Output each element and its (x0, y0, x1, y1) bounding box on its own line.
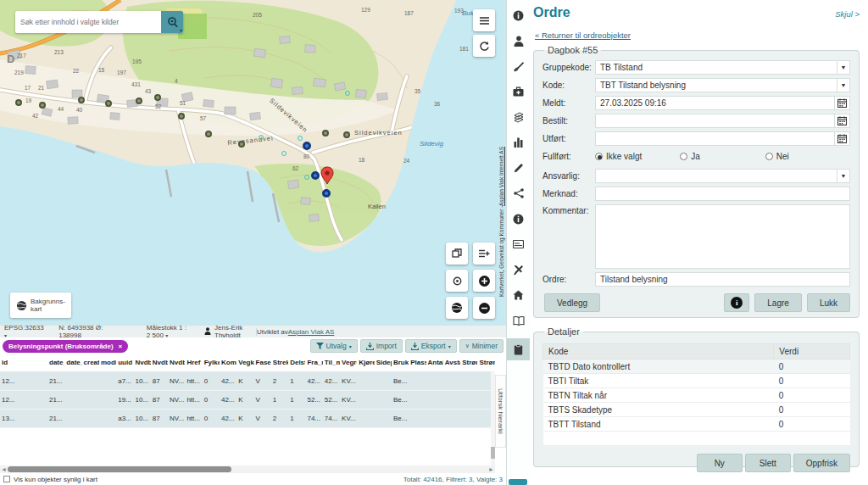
map-marker-olive[interactable] (78, 97, 85, 103)
radio-ikke-valgt[interactable]: Ikke valgt (595, 152, 680, 161)
developer-link[interactable]: Asplan Viak AS (288, 328, 335, 336)
bestilt-input[interactable] (600, 114, 830, 127)
map-marker-cyan[interactable] (281, 151, 287, 156)
column-header[interactable]: Href (185, 354, 202, 371)
column-header[interactable]: id (0, 354, 47, 371)
lagre-button[interactable]: Lagre (754, 293, 802, 312)
column-header[interactable]: Nvdb (151, 354, 168, 371)
map[interactable]: SildevikveienSildevikveienRevesandveiSil… (0, 0, 506, 325)
detaljer-row[interactable]: TBTD Dato kontrollert0 (543, 360, 850, 374)
map-marker-olive[interactable] (154, 94, 161, 101)
minimer-button[interactable]: ∨ Minimer (459, 339, 504, 353)
map-marker-olive[interactable] (105, 100, 112, 107)
ny-button[interactable]: Ny (697, 454, 743, 472)
visible-only-checkbox[interactable] (3, 476, 10, 482)
map-marker-olive[interactable] (205, 131, 212, 137)
column-header[interactable]: Bruks (392, 354, 409, 371)
table-row[interactable]: 13...21...a3...10...87NV...htt...042...K… (0, 409, 495, 427)
map-marker-cyan[interactable] (304, 175, 309, 180)
book-icon[interactable] (507, 313, 530, 328)
user-profile-icon[interactable] (507, 33, 530, 48)
map-marker-blue[interactable] (322, 189, 331, 198)
radio-ja[interactable]: Ja (680, 152, 765, 161)
column-header[interactable]: Komm (220, 354, 236, 371)
zoom-in-button[interactable] (473, 270, 495, 292)
radio-dot[interactable] (765, 153, 773, 160)
briefcase-icon[interactable] (507, 84, 530, 99)
kommentar-textarea[interactable] (595, 204, 850, 269)
table-row[interactable]: 12...21...a7...10...87NV...htt...042...K… (0, 371, 495, 390)
detaljer-row[interactable]: TBTT Tilstand0 (543, 417, 850, 432)
map-marker-olive[interactable] (178, 113, 185, 120)
column-header[interactable]: uuid (116, 354, 133, 371)
column-header[interactable]: Til_m (323, 354, 340, 371)
background-map-button[interactable]: Bakgrunns- kart (10, 293, 71, 318)
table-row[interactable]: 12...21...19...10...87NV...htt...042...K… (0, 390, 495, 409)
meldt-calendar-button[interactable] (835, 96, 850, 110)
home-icon[interactable] (507, 287, 530, 303)
kode-select[interactable]: TBT Tilstand belysning ▼ (595, 78, 850, 92)
column-header[interactable]: Kjøre (357, 354, 374, 371)
info-button[interactable]: i (724, 293, 749, 312)
radio-nei[interactable]: Nei (765, 152, 850, 161)
column-header[interactable]: Delst (288, 354, 305, 371)
ansvarlig-dropdown-icon[interactable]: ▼ (837, 169, 850, 183)
column-header[interactable]: Antal (426, 354, 443, 371)
column-header[interactable]: Strøm (477, 354, 495, 371)
hide-panel-link[interactable]: Skjul > (835, 9, 860, 19)
utforsk-hierarki-tab[interactable]: Utforsk hierarki (495, 375, 506, 448)
layers-icon[interactable] (507, 109, 530, 125)
map-globe-button[interactable] (446, 297, 468, 319)
column-header[interactable]: Fylke (203, 354, 220, 371)
gruppekode-select[interactable]: TB Tilstand ▼ (595, 60, 850, 75)
map-menu-button[interactable] (473, 9, 495, 31)
column-header[interactable]: Avsta (443, 354, 460, 371)
kode-dropdown-icon[interactable]: ▼ (837, 78, 850, 92)
gruppekode-dropdown-icon[interactable]: ▼ (837, 60, 850, 75)
map-marker-olive[interactable] (136, 98, 142, 104)
clipboard-icon[interactable] (507, 338, 530, 360)
vedlegg-button[interactable]: Vedlegg (544, 293, 600, 312)
scroll-left-icon[interactable]: ◄ (1, 465, 7, 473)
filter-badge[interactable]: Belysningspunkt (Bruksområde) × (3, 340, 128, 353)
tools-icon[interactable] (507, 262, 530, 277)
map-marker-cyan[interactable] (345, 91, 350, 96)
attribution-link[interactable]: Asplan Viak Internett AS (498, 147, 504, 206)
detaljer-row[interactable]: TBTN Tiltak når0 (543, 388, 850, 403)
info-circle-icon[interactable] (507, 211, 530, 226)
column-header[interactable]: modif (99, 354, 116, 371)
map-marker-blue[interactable] (303, 142, 311, 150)
column-header[interactable]: Vegka (236, 354, 253, 371)
pencil-icon[interactable] (507, 160, 530, 176)
detaljer-row[interactable]: TBTI Tiltak0 (543, 374, 850, 388)
detaljer-row[interactable] (543, 432, 850, 446)
info-icon[interactable] (507, 8, 530, 23)
map-marker-olive[interactable] (238, 141, 245, 148)
map-marker-olive[interactable] (343, 131, 350, 138)
map-marker-olive[interactable] (15, 99, 22, 106)
ordre-input[interactable] (600, 273, 845, 286)
column-header[interactable]: date_ (64, 354, 81, 371)
column-header[interactable]: Strek (271, 354, 288, 371)
bestilt-calendar-button[interactable] (835, 114, 850, 128)
back-to-order-objects-link[interactable]: « Returner til ordreobjekter (535, 31, 631, 40)
column-header[interactable]: creat (82, 354, 99, 371)
map-marker-cyan[interactable] (298, 136, 303, 141)
search-input[interactable] (15, 18, 161, 26)
map-marker-blue[interactable] (311, 171, 320, 180)
selected-pin-marker[interactable] (320, 166, 334, 188)
column-header[interactable]: Strøm (460, 354, 477, 371)
table-horizontal-scrollbar[interactable]: ◄ ► (0, 465, 495, 473)
utvalg-button[interactable]: Utvalg ▾ (310, 339, 358, 353)
utfort-calendar-button[interactable] (835, 131, 850, 146)
column-header[interactable]: Nvdb (133, 354, 150, 371)
column-header[interactable]: Plass (409, 354, 426, 371)
map-locate-button[interactable] (446, 270, 468, 292)
radio-dot[interactable] (595, 153, 603, 160)
badge-close-icon[interactable]: × (119, 343, 123, 350)
eksport-button[interactable]: Eksport ▾ (405, 339, 457, 353)
zoom-out-button[interactable] (473, 297, 495, 319)
brush-icon[interactable] (507, 59, 530, 74)
column-header[interactable]: Fase (254, 354, 271, 371)
chart-icon[interactable] (507, 135, 530, 150)
